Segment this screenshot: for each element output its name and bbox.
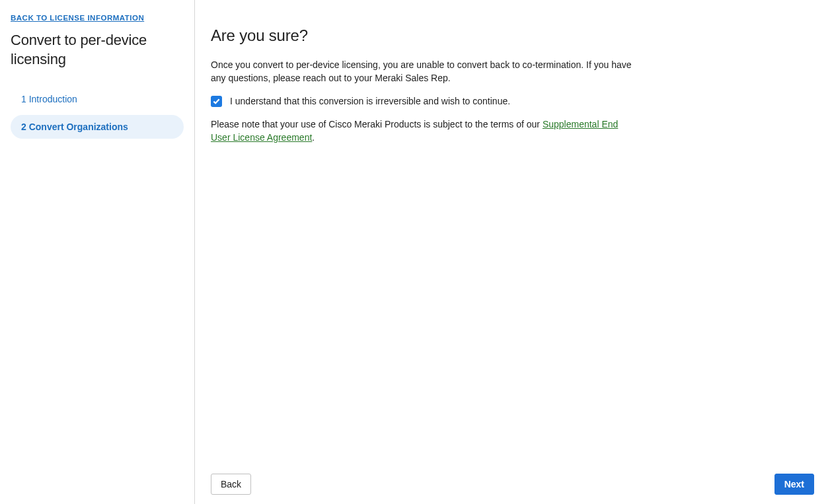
back-to-license-link[interactable]: BACK TO LICENSE INFORMATION: [11, 14, 144, 22]
main-content: Are you sure? Once you convert to per-de…: [195, 0, 830, 504]
confirm-checkbox[interactable]: [211, 96, 222, 107]
sidebar: BACK TO LICENSE INFORMATION Convert to p…: [0, 0, 195, 504]
back-button[interactable]: Back: [211, 474, 251, 495]
step-label: 1 Introduction: [21, 94, 77, 104]
footer-bar: Back Next: [211, 466, 814, 504]
confirm-checkbox-row: I understand that this conversion is irr…: [211, 96, 634, 107]
confirm-checkbox-label: I understand that this conversion is irr…: [230, 96, 510, 106]
next-button[interactable]: Next: [774, 474, 814, 495]
step-label: 2 Convert Organizations: [21, 122, 128, 132]
sidebar-title: Convert to per-device licensing: [11, 31, 184, 69]
eula-text: Please note that your use of Cisco Merak…: [211, 118, 634, 145]
page-title: Are you sure?: [211, 26, 634, 45]
eula-suffix: .: [312, 132, 315, 143]
eula-prefix: Please note that your use of Cisco Merak…: [211, 119, 543, 129]
step-convert-organizations[interactable]: 2 Convert Organizations: [11, 115, 184, 139]
step-introduction[interactable]: 1 Introduction: [11, 87, 184, 111]
check-icon: [213, 98, 220, 105]
warning-text: Once you convert to per-device licensing…: [211, 58, 634, 85]
content-area: Are you sure? Once you convert to per-de…: [211, 26, 634, 466]
